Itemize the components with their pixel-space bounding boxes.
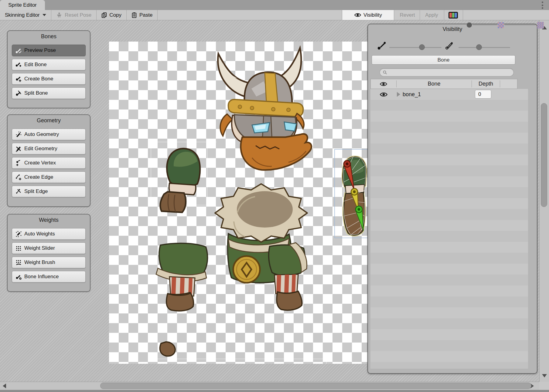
edit-geometry-button[interactable]: Edit Geometry <box>12 143 86 154</box>
paste-button[interactable]: Paste <box>127 10 157 20</box>
split-bone-label: Split Bone <box>24 90 48 96</box>
expander-arrow-icon[interactable] <box>397 92 400 97</box>
bone-influence-icon <box>15 273 22 280</box>
edit-geometry-icon <box>15 145 22 152</box>
scroll-down-arrow[interactable] <box>542 374 547 377</box>
split-bone-button[interactable]: Split Bone <box>12 87 86 99</box>
bone-search-field[interactable] <box>380 68 514 76</box>
bone-row[interactable]: bone_1 <box>370 89 528 100</box>
mode-dropdown-label: Skinning Editor <box>5 12 39 18</box>
search-input[interactable] <box>387 69 510 75</box>
edit-bone-icon <box>15 61 22 68</box>
horizontal-scrollbar-thumb[interactable] <box>100 383 531 389</box>
create-edge-label: Create Edge <box>24 174 53 180</box>
sprite-skinned-arm[interactable] <box>335 149 368 238</box>
preview-pose-icon <box>15 47 22 54</box>
bone-depth-input[interactable] <box>475 90 491 99</box>
auto-geometry-button[interactable]: Auto Geometry <box>12 129 86 140</box>
visibility-button-label: Visibility <box>363 12 382 18</box>
auto-geometry-icon <box>15 131 22 138</box>
bone-influence-button[interactable]: Bone Influence <box>12 271 86 282</box>
depth-column-header[interactable]: Depth <box>472 79 500 89</box>
visibility-toggle-button[interactable]: Visibility <box>342 10 394 20</box>
create-edge-button[interactable]: Create Edge <box>12 171 86 183</box>
mip-slider-track[interactable] <box>505 25 536 25</box>
copy-button[interactable]: Copy <box>97 10 126 20</box>
apply-button[interactable]: Apply <box>420 10 443 20</box>
toolbar: Skinning Editor Reset Pose Copy Paste V <box>0 10 549 20</box>
auto-weights-icon <box>15 231 22 237</box>
create-vertex-label: Create Vertex <box>24 160 56 166</box>
edit-bone-button[interactable]: Edit Bone <box>12 59 86 70</box>
weight-slider-button[interactable]: Weight Slider <box>12 242 86 254</box>
paste-label: Paste <box>139 12 152 18</box>
weight-brush-button[interactable]: Weight Brush <box>12 257 86 268</box>
zoom-slider-knob[interactable] <box>467 22 472 28</box>
auto-geometry-label: Auto Geometry <box>24 131 59 137</box>
visibility-column-header[interactable] <box>371 79 396 89</box>
sprite-upper-arm <box>160 149 200 212</box>
create-vertex-icon <box>15 160 22 166</box>
person-icon <box>56 12 62 18</box>
bone-opacity-icon <box>377 41 386 50</box>
revert-label: Revert <box>400 12 415 18</box>
revert-button[interactable]: Revert <box>395 10 419 20</box>
geometry-panel-title: Geometry <box>12 117 86 124</box>
chevron-down-icon <box>43 14 46 16</box>
sprite-left-leg <box>156 243 207 311</box>
create-bone-button[interactable]: Create Bone <box>12 73 86 85</box>
mesh-opacity-icon <box>445 41 454 50</box>
preview-pose-button[interactable]: Preview Pose <box>12 45 86 56</box>
sprite-editor-window: Bones Preview Pose Edit Bone Create Bone… <box>0 0 549 392</box>
split-edge-icon <box>15 188 22 195</box>
toolbar-separator <box>420 10 420 20</box>
weight-brush-label: Weight Brush <box>24 259 55 265</box>
split-edge-label: Split Edge <box>24 188 48 194</box>
toolbar-separator <box>444 10 444 20</box>
toolbar-separator <box>463 10 463 20</box>
weights-panel-title: Weights <box>12 217 86 223</box>
scrollbar-corner <box>539 382 549 390</box>
preview-pose-label: Preview Pose <box>24 47 56 53</box>
visibility-panel-title: Visibility <box>368 26 537 32</box>
create-bone-icon <box>15 76 22 82</box>
header-tail <box>500 79 517 89</box>
bone-list: bone_1 <box>370 89 528 369</box>
weights-panel: Weights Auto Weights Weight Slider Weigh… <box>7 214 90 292</box>
vertical-scrollbar-thumb[interactable] <box>541 103 547 207</box>
weight-slider-label: Weight Slider <box>24 245 55 251</box>
bone-tab[interactable]: Bone <box>372 55 515 65</box>
eye-icon <box>380 81 387 87</box>
mode-dropdown[interactable]: Skinning Editor <box>0 10 51 20</box>
auto-weights-button[interactable]: Auto Weights <box>12 228 86 240</box>
bone-tab-label: Bone <box>438 57 450 63</box>
scroll-left-arrow[interactable] <box>3 384 6 388</box>
bone-opacity-knob[interactable] <box>419 44 425 50</box>
bones-panel: Bones Preview Pose Edit Bone Create Bone… <box>7 30 90 108</box>
zoom-slider-track[interactable] <box>473 25 497 25</box>
edit-bone-label: Edit Bone <box>24 62 47 68</box>
sprite-head <box>218 48 312 170</box>
bone-table-header: Bone Depth <box>370 79 517 89</box>
apply-label: Apply <box>425 12 438 18</box>
bone-name: bone_1 <box>403 91 421 98</box>
mesh-opacity-slider[interactable] <box>459 47 510 48</box>
split-edge-button[interactable]: Split Edge <box>12 186 86 197</box>
reset-pose-button[interactable]: Reset Pose <box>51 10 96 20</box>
mesh-opacity-knob[interactable] <box>476 44 482 50</box>
create-bone-label: Create Bone <box>24 76 53 82</box>
tab-sprite-editor[interactable]: Sprite Editor <box>0 0 45 10</box>
sprite-right-leg <box>269 243 307 310</box>
rgb-channel-button[interactable] <box>448 12 458 19</box>
create-vertex-button[interactable]: Create Vertex <box>12 157 86 169</box>
copy-label: Copy <box>109 12 121 18</box>
bone-column-header[interactable]: Bone <box>397 79 472 89</box>
window-menu-icon[interactable] <box>542 2 544 9</box>
eye-icon <box>354 12 361 18</box>
bone-visibility-toggle[interactable] <box>380 92 388 97</box>
toolbar-separator <box>157 10 158 20</box>
bone-influence-label: Bone Influence <box>24 274 59 280</box>
weight-slider-icon <box>15 245 22 252</box>
reset-pose-label: Reset Pose <box>65 12 91 18</box>
bone-opacity-slider[interactable] <box>389 47 442 48</box>
